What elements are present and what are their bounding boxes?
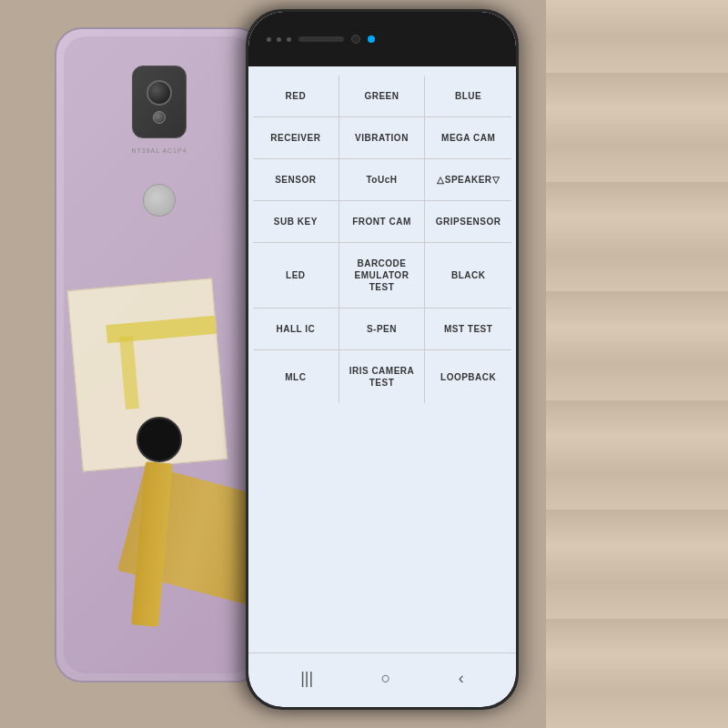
test-s-pen[interactable]: S-PEN (339, 308, 426, 349)
grid-row-5: LED BARCODE EMULATOR TEST BLACK (253, 243, 511, 308)
status-bar (248, 12, 516, 66)
test-blue[interactable]: BLUE (425, 76, 511, 116)
screen-content: RED GREEN BLUE RECEIVER VIBRATION MEGA C… (248, 66, 516, 652)
test-red[interactable]: RED (253, 76, 339, 116)
scene: NT39AL AC1P4 (0, 0, 728, 728)
test-hall-ic[interactable]: HALL IC (253, 308, 339, 349)
test-mlc[interactable]: MLC (253, 350, 339, 403)
background-rolls-right (546, 0, 728, 728)
back-button[interactable]: ‹ (459, 669, 464, 688)
dot-3 (287, 37, 291, 42)
grid-row-2: RECEIVER VIBRATION MEGA CAM (253, 117, 511, 159)
main-camera-lens (147, 80, 172, 106)
screen: RED GREEN BLUE RECEIVER VIBRATION MEGA C… (248, 12, 516, 707)
grid-row-3: SENSOR ToUcH △SPEAKER▽ (253, 159, 511, 201)
front-camera (351, 35, 360, 44)
nav-bar: ||| ○ ‹ (248, 652, 516, 703)
phone-back-frame: NT39AL AC1P4 (55, 27, 264, 682)
front-dot-sensor (368, 35, 375, 43)
test-green[interactable]: GREEN (339, 76, 426, 116)
test-speaker[interactable]: △SPEAKER▽ (425, 159, 511, 200)
grid-row-7: MLC IRIS CAMERA TEST LOOPBACK (253, 350, 511, 403)
test-loopback[interactable]: LOOPBACK (425, 350, 511, 403)
recent-apps-button[interactable]: ||| (300, 669, 313, 688)
grid-row-4: SUB KEY FRONT CAM GRIPSENSOR (253, 201, 511, 243)
test-barcode-emulator[interactable]: BARCODE EMULATOR TEST (339, 243, 426, 308)
test-sub-key[interactable]: SUB KEY (253, 201, 339, 242)
dot-2 (277, 37, 281, 42)
earpiece (298, 36, 344, 42)
grid-row-6: HALL IC S-PEN MST TEST (253, 308, 511, 350)
test-touch[interactable]: ToUcH (339, 159, 426, 200)
grid-row-1: RED GREEN BLUE (253, 76, 511, 117)
test-receiver[interactable]: RECEIVER (253, 117, 339, 158)
model-label: NT39AL AC1P4 (131, 147, 187, 154)
test-sensor[interactable]: SENSOR (253, 159, 339, 200)
test-led[interactable]: LED (253, 243, 339, 308)
notch-area (267, 35, 375, 44)
test-iris-camera[interactable]: IRIS CAMERA TEST (339, 350, 426, 403)
test-gripsensor[interactable]: GRIPSENSOR (425, 201, 511, 242)
home-button-circle (136, 417, 182, 462)
phone-front: RED GREEN BLUE RECEIVER VIBRATION MEGA C… (246, 9, 519, 710)
dot-1 (267, 37, 271, 42)
test-mst-test[interactable]: MST TEST (425, 308, 511, 349)
test-vibration[interactable]: VIBRATION (339, 117, 426, 158)
test-front-cam[interactable]: FRONT CAM (339, 201, 426, 242)
status-dots (267, 37, 291, 42)
test-black[interactable]: BLACK (425, 243, 511, 308)
secondary-camera-lens (153, 111, 166, 124)
home-button[interactable]: ○ (381, 669, 391, 688)
test-grid: RED GREEN BLUE RECEIVER VIBRATION MEGA C… (248, 66, 516, 652)
camera-area (132, 66, 187, 138)
camera-bump (132, 66, 187, 138)
fingerprint-sensor (143, 184, 176, 217)
test-mega-cam[interactable]: MEGA CAM (425, 117, 511, 158)
